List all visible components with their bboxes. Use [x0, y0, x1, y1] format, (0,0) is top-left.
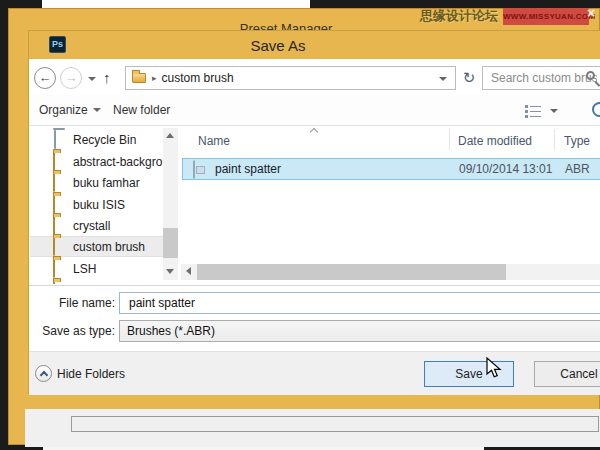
back-icon[interactable]: ←: [34, 67, 56, 89]
file-name-label: File name:: [29, 296, 115, 310]
sidebar-item-label: Recycle Bin: [73, 133, 136, 147]
view-mode-dropdown-icon[interactable]: [550, 109, 558, 113]
address-dropdown-icon[interactable]: [439, 77, 447, 81]
scroll-left-icon[interactable]: [186, 267, 191, 275]
scrollbar-thumb[interactable]: [197, 264, 506, 280]
save-as-dialog: Ps Save As ← → ↑ ▸ custom brush ↻ Orga: [28, 30, 600, 394]
hide-folders-icon[interactable]: [35, 365, 52, 382]
photoshop-app-icon: Ps: [49, 36, 66, 53]
file-name-cell: paint spatter: [215, 162, 281, 176]
folder-icon: [132, 73, 146, 83]
new-folder-label: New folder: [113, 103, 170, 117]
hide-folders-button[interactable]: Hide Folders: [57, 367, 125, 381]
view-mode-icon[interactable]: [524, 104, 542, 122]
sidebar-item-abstract-background[interactable]: abstract-backgro: [30, 151, 163, 172]
save-as-type-label: Save as type:: [29, 324, 115, 338]
dialog-titlebar: Ps Save As: [29, 31, 600, 59]
sidebar-item-recycle-bin[interactable]: Recycle Bin: [30, 129, 163, 150]
file-type-cell: ABR: [565, 162, 590, 176]
organize-button[interactable]: Organize: [39, 103, 101, 117]
sidebar-item-label: custom brush: [73, 240, 145, 254]
sidebar-scrollbar[interactable]: [163, 128, 178, 280]
column-header-type[interactable]: Type: [564, 134, 590, 148]
sidebar-item-custom-brush[interactable]: custom brush: [30, 236, 163, 257]
help-icon[interactable]: [592, 102, 600, 117]
cancel-button[interactable]: Cancel: [534, 361, 600, 387]
file-browser-area: Recycle Bin abstract-backgro buku famhar…: [29, 126, 600, 286]
column-separator[interactable]: [449, 129, 450, 150]
column-separator[interactable]: [554, 129, 555, 150]
scroll-up-icon[interactable]: [166, 133, 174, 138]
breadcrumb-caret-icon: ▸: [152, 73, 157, 83]
folder-icon: [53, 260, 55, 278]
dialog-title: Save As: [250, 37, 305, 54]
screen: Preset Manager 思缘设计论坛 WWW.MISSYUAN.COM ×…: [0, 0, 600, 450]
sidebar-item-partial: [30, 280, 163, 284]
file-list-horizontal-scrollbar[interactable]: [181, 264, 600, 280]
watermark-badge: WWW.MISSYUAN.COM: [503, 8, 589, 25]
organize-label: Organize: [39, 103, 88, 117]
search-box[interactable]: [482, 66, 600, 90]
dialog-footer: Hide Folders Save Cancel: [29, 351, 600, 395]
folder-icon: [53, 238, 55, 256]
search-input[interactable]: [489, 68, 599, 88]
file-name-field-wrap: [119, 292, 600, 314]
new-folder-button[interactable]: New folder: [113, 103, 170, 117]
file-date-cell: 09/10/2014 13:01: [459, 162, 552, 176]
up-one-level-icon[interactable]: ↑: [103, 69, 111, 86]
folder-icon: [53, 196, 55, 214]
close-icon[interactable]: ×: [587, 6, 595, 20]
folder-icon: [53, 282, 55, 285]
file-icon: [193, 161, 195, 179]
sidebar-item-buku-isis[interactable]: buku ISIS: [30, 194, 163, 215]
mouse-cursor: [486, 357, 506, 383]
chevron-down-icon: [93, 108, 101, 112]
scrollbar-thumb[interactable]: [163, 228, 178, 258]
recent-locations-icon[interactable]: [88, 77, 96, 81]
preset-manager-groupbox: [71, 416, 599, 432]
sidebar-item-lsh[interactable]: LSH: [30, 258, 163, 279]
sidebar-item-label: abstract-backgro: [73, 155, 162, 169]
scroll-down-icon[interactable]: [166, 269, 174, 274]
search-icon: [586, 71, 595, 80]
command-toolbar: Organize New folder: [29, 95, 600, 126]
forward-icon[interactable]: →: [60, 67, 82, 89]
column-header-name[interactable]: Name: [198, 134, 230, 148]
navigation-bar: ← → ↑ ▸ custom brush ↻: [29, 59, 600, 95]
sidebar-item-label: buku famhar: [73, 176, 140, 190]
sidebar-item-crystall[interactable]: crystall: [30, 215, 163, 236]
folder-icon: [53, 217, 55, 235]
file-name-input[interactable]: [127, 294, 593, 312]
watermark-text: 思缘设计论坛: [420, 7, 498, 25]
sidebar-item-buku-famhar[interactable]: buku famhar: [30, 172, 163, 193]
sidebar-item-label: LSH: [73, 262, 96, 276]
file-list: Name Date modified Type paint spatter 09…: [181, 126, 600, 286]
sort-ascending-icon: [310, 128, 318, 136]
save-as-type-dropdown[interactable]: Brushes (*.ABR): [119, 320, 600, 342]
folder-icon: [53, 174, 55, 192]
refresh-icon[interactable]: ↻: [458, 66, 480, 90]
column-header-date-modified[interactable]: Date modified: [458, 134, 532, 148]
recycle-bin-icon: [53, 131, 56, 149]
background-window-top-edge: [42, 0, 310, 8]
folder-tree: Recycle Bin abstract-backgro buku famhar…: [30, 126, 163, 284]
address-bar[interactable]: ▸ custom brush: [125, 66, 456, 90]
sidebar-item-label: buku ISIS: [73, 198, 125, 212]
file-row[interactable]: paint spatter 09/10/2014 13:01 ABR: [182, 158, 600, 180]
folder-icon: [53, 153, 55, 171]
sidebar-item-label: crystall: [73, 219, 110, 233]
breadcrumb[interactable]: custom brush: [162, 71, 234, 85]
